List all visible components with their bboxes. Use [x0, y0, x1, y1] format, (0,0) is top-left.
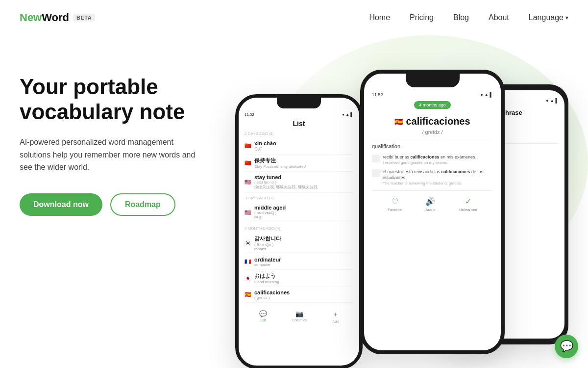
example-icon-2	[372, 169, 380, 177]
phone-middle: 11:52 ● ▲ ▌ 4 months ago 🇪🇸 calificacion…	[360, 70, 505, 354]
phone-middle-bottom: ♡ Favorite 🔊 Audio ✓ Unlearned	[372, 190, 493, 216]
beta-badge: BETA	[73, 14, 95, 22]
hero-right: 11:52 ● ▲ ▌ Add phrase selected phrase l…	[225, 45, 568, 368]
logo[interactable]: NewWord BETA	[20, 11, 95, 24]
collection-icon: 📷	[295, 310, 303, 317]
list-item: 🇫🇷 ordinateur computer	[245, 254, 353, 270]
list-icon: 💬	[259, 310, 267, 317]
example-translation-2: The teacher is reviewing the students gr…	[383, 181, 493, 185]
phone-middle-notch	[406, 74, 460, 87]
list-item: 🇪🇸 calificaciones ( greidz )	[245, 287, 353, 303]
logo-new: New	[20, 11, 42, 24]
favorite-btn[interactable]: ♡ Favorite	[388, 197, 402, 212]
word-flag: 🇪🇸	[394, 118, 403, 126]
phone-front-tabs: 💬 List 📷 Collection ＋ Add	[245, 306, 353, 327]
list-title: List	[245, 120, 353, 128]
phone-middle-status: 11:52 ● ▲ ▌	[372, 92, 493, 97]
phone-front-notch	[277, 98, 321, 108]
example-translation-1: I received good grades on my exams.	[383, 160, 476, 165]
word-phonetic: / greidz /	[372, 129, 493, 135]
example-2: el maestro está revisando las calificaci…	[372, 169, 493, 185]
hero-title: Your portable vocabulary note	[20, 75, 225, 124]
roadmap-button[interactable]: Roadmap	[110, 193, 175, 216]
speaker-icon: 🔊	[425, 197, 435, 206]
nav-blog[interactable]: Blog	[453, 13, 469, 22]
hero-buttons: Download now Roadmap	[20, 193, 225, 216]
list-section-1-header: 2 DAYS AGO (3)	[245, 131, 353, 136]
download-button[interactable]: Download now	[20, 193, 102, 216]
unlearned-btn[interactable]: ✓ Unlearned	[459, 197, 477, 212]
nav-home[interactable]: Home	[369, 13, 390, 22]
list-item: 🇰🇷 감사합니다 ( Bʌn ʤu ) thanks	[245, 233, 353, 254]
word-definition: qualification	[372, 143, 493, 149]
tab-add[interactable]: ＋ Add	[332, 310, 339, 323]
phones-container: 11:52 ● ▲ ▌ Add phrase selected phrase l…	[225, 45, 568, 368]
list-item: 🇨🇳 保持专注 Stay Focused, stay dedicated	[245, 155, 353, 172]
phone-front: 11:52 ● ▲ ▌ List 2 DAYS AGO (3) 🇨🇳 xin c…	[235, 94, 363, 368]
list-section-2-header: 3 DAYS AGO (1)	[245, 196, 353, 200]
list-item: 🇺🇸 stay tuned ( stei tjuːnd ) 继续关注我, 继续关…	[245, 172, 353, 193]
nav-pricing[interactable]: Pricing	[410, 13, 434, 22]
add-icon: ＋	[332, 310, 339, 319]
hero-description: AI-powered personalized word management …	[20, 136, 206, 174]
language-selector[interactable]: Language ▾	[529, 13, 568, 22]
example-icon-1	[372, 155, 380, 162]
heart-icon: ♡	[392, 197, 398, 206]
list-section-3-header: 4 MONTHS AGO (4)	[245, 226, 353, 231]
example-1: recibí buenas calificaciones en mis exám…	[372, 154, 493, 165]
tab-list[interactable]: 💬 List	[259, 310, 267, 323]
word-main: calificaciones	[406, 116, 470, 127]
logo-word: Word	[42, 11, 69, 24]
nav-about[interactable]: About	[489, 13, 509, 22]
word-title-row: 🇪🇸 calificaciones	[372, 116, 493, 127]
list-item: 🇨🇳 xin chào 你好	[245, 138, 353, 155]
tab-collection[interactable]: 📷 Collection	[292, 310, 307, 323]
check-icon: ✓	[465, 197, 471, 206]
phone-front-status: 11:52 ● ▲ ▌	[245, 112, 353, 117]
example-text-1: recibí buenas calificaciones en mis exám…	[383, 154, 476, 160]
hero-section: Your portable vocabulary note AI-powered…	[0, 35, 588, 368]
hero-left: Your portable vocabulary note AI-powered…	[20, 45, 225, 216]
chevron-down-icon: ▾	[565, 14, 568, 21]
audio-btn[interactable]: 🔊 Audio	[425, 197, 435, 212]
main-nav: Home Pricing Blog About Language ▾	[369, 13, 568, 22]
chat-bubble[interactable]: 💬	[555, 335, 578, 358]
list-item: 🇯🇵 おはよう Good morning	[245, 270, 353, 287]
list-item: 🇺🇸 middle aged ( mɪd vɛɪʤ ) 中年	[245, 202, 353, 223]
example-text-2: el maestro está revisando las calificaci…	[383, 169, 493, 181]
chat-icon: 💬	[560, 340, 573, 353]
months-ago-badge: 4 months ago	[414, 101, 451, 109]
